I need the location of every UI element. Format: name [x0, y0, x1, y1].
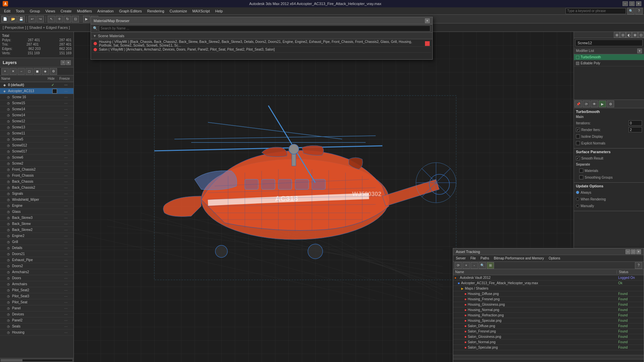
layer-item-back-skrew2[interactable]: ◷ Back_Skrew2 ····: [0, 227, 73, 233]
render-iters-input[interactable]: [629, 127, 642, 132]
layer-item-exhaust[interactable]: ◷ Exhaust_Pipe ····: [0, 257, 73, 263]
mod-active-button[interactable]: ▶: [599, 101, 606, 107]
layer-item-screw012[interactable]: ◷ Screw012 ····: [0, 142, 73, 148]
object-name-input[interactable]: [575, 40, 643, 46]
layer-item-back-skrew3[interactable]: ◷ Back_Skrew3 ····: [0, 215, 73, 221]
at-minimize-button[interactable]: ─: [626, 249, 630, 254]
layer-item-screw14b[interactable]: ◷ Screw14 ····: [0, 112, 73, 118]
layer-item-avicopter[interactable]: ◈ Avicopter_AC313 ····: [0, 88, 73, 94]
render-iters-checkbox[interactable]: ✓: [576, 128, 580, 132]
at-table-button[interactable]: ⊞: [487, 262, 494, 269]
layer-item-windshield[interactable]: ◷ Windshield_Wiper ····: [0, 197, 73, 203]
menu-maxscript[interactable]: MAXScript: [190, 8, 213, 14]
at-item-salon-diffuse[interactable]: ■ Salon_Diffuse.png Found: [453, 323, 644, 329]
materials-checkbox[interactable]: [579, 169, 583, 173]
layer-item-pilot-seat2[interactable]: ◷ Pilot_Seat2 ····: [0, 287, 73, 293]
layers-settings-icon[interactable]: ⚙: [50, 68, 57, 75]
layer-item-screw14a[interactable]: ◷ Screw14 ····: [0, 106, 73, 112]
new-button[interactable]: 📄: [1, 16, 9, 22]
menu-animation[interactable]: Animation: [95, 8, 116, 14]
search-button[interactable]: 🔍: [627, 8, 635, 14]
menu-rendering[interactable]: Rendering: [145, 8, 167, 14]
manually-radio[interactable]: [576, 204, 579, 207]
layer-item-armchairs[interactable]: ◷ Armchairs ····: [0, 281, 73, 287]
move-button[interactable]: ✛: [56, 16, 63, 22]
layers-select-all-button[interactable]: ◼: [34, 68, 41, 75]
layer-item-grill[interactable]: ◷ Grill ····: [0, 239, 73, 245]
at-item-max-file[interactable]: ■ Avicopter_AC313_Fire_Attack_Helicopter…: [453, 281, 644, 286]
redo-button[interactable]: ↪: [37, 16, 44, 22]
help-icon[interactable]: ?: [635, 8, 643, 14]
layer-item-doors[interactable]: ◷ Doors ····: [0, 275, 73, 281]
modifier-turbosmooth[interactable]: TurboSmooth: [574, 54, 644, 60]
render-button[interactable]: ▶: [83, 16, 90, 22]
explicit-normals-checkbox[interactable]: [576, 141, 580, 145]
at-remove-button[interactable]: -: [471, 262, 478, 269]
layers-close-button[interactable]: ✕: [66, 60, 71, 65]
at-item-maps-folder[interactable]: ▶ Maps / Shaders: [453, 286, 644, 291]
layer-item-screw13[interactable]: ◷ Screw13 ····: [0, 124, 73, 130]
maximize-button[interactable]: □: [629, 1, 635, 6]
layers-settings-button[interactable]: ?: [61, 60, 65, 65]
menu-edit[interactable]: Edit: [1, 8, 13, 14]
menu-views[interactable]: Views: [43, 8, 58, 14]
layer-item-armchairs2[interactable]: ◷ Armchairs2 ····: [0, 269, 73, 275]
layer-item-screw017[interactable]: ◷ Screw017 ····: [0, 148, 73, 155]
layer-item-screw12[interactable]: ◷ Screw12 ····: [0, 118, 73, 124]
smoothing-groups-checkbox[interactable]: [579, 175, 583, 179]
layer-item-engine[interactable]: ◷ Engine ····: [0, 203, 73, 209]
at-item-housing-normal[interactable]: ■ Housing_Normal.png Found: [453, 307, 644, 313]
select-button[interactable]: ↖: [48, 16, 55, 22]
at-maximize-button[interactable]: □: [631, 249, 636, 254]
rp-icon-2[interactable]: ⊟: [620, 32, 626, 38]
layer-item-doors2[interactable]: ◷ Doors2 ····: [0, 263, 73, 269]
rp-icon-4[interactable]: ⊠: [632, 32, 638, 38]
open-button[interactable]: 📂: [9, 16, 17, 22]
at-menu-server[interactable]: Server: [454, 256, 467, 261]
layer-item-screw11[interactable]: ◷ Screw11 ····: [0, 130, 73, 136]
layers-list[interactable]: ◈ 0 (default) ✓ ···· ◈ Avicopter_AC313 ·…: [0, 82, 73, 358]
always-radio[interactable]: [576, 191, 579, 194]
search-input[interactable]: [566, 8, 626, 14]
at-item-housing-specular[interactable]: ■ Housing_Specular.png Found: [453, 318, 644, 323]
at-close-button[interactable]: ✕: [636, 249, 641, 254]
layer-item-seals[interactable]: ◷ Seals ····: [0, 323, 73, 329]
mod-pin-button[interactable]: 📌: [575, 101, 582, 107]
layer-item-glass[interactable]: ◷ Glass ····: [0, 209, 73, 215]
layer-item-pilot-seat[interactable]: ◷ Pilot_Seat ····: [0, 299, 73, 305]
at-item-housing-diffuse[interactable]: ■ Housing_Diffuse.png Found: [453, 291, 644, 297]
menu-tools[interactable]: Tools: [13, 8, 27, 14]
rp-icon-5[interactable]: ⊡: [638, 32, 644, 38]
layer-item-back-skrew[interactable]: ◷ Back_Skrew ····: [0, 221, 73, 227]
smooth-result-checkbox[interactable]: ✓: [576, 156, 580, 160]
at-menu-options[interactable]: Options: [547, 256, 561, 261]
mb-close-button[interactable]: ✕: [425, 18, 430, 23]
layer-item-details[interactable]: ◷ Details ····: [0, 245, 73, 251]
layer-item-screw5[interactable]: ◷ Screw5 ····: [0, 136, 73, 142]
at-item-housing-fresnel[interactable]: ■ Housing_Fresnel.png Found: [453, 297, 644, 302]
rp-icon-1[interactable]: ⊞: [614, 32, 620, 38]
at-horizontal-scrollbar[interactable]: [453, 355, 644, 359]
at-item-housing-refraction[interactable]: ■ Housing_Refraction.png Found: [453, 313, 644, 318]
undo-button[interactable]: ↩: [29, 16, 36, 22]
isoline-checkbox[interactable]: [576, 134, 580, 138]
at-add-button[interactable]: +: [463, 262, 470, 269]
modifier-dropdown-button[interactable]: ▼: [637, 49, 642, 53]
menu-customize[interactable]: Customize: [167, 8, 190, 14]
at-item-autodesk[interactable]: ● Autodesk Vault 2012 Logged On: [453, 275, 644, 281]
mod-nav-button[interactable]: ⟳: [583, 101, 590, 107]
mb-row-salon[interactable]: Salon ( VRayMtl ) [Armchairs, Armchairs2…: [92, 47, 431, 53]
menu-group[interactable]: Group: [27, 8, 43, 14]
at-find-button[interactable]: 🔍: [479, 262, 486, 269]
mod-show-button[interactable]: 👁: [591, 101, 598, 107]
mb-row-housing[interactable]: Housing ( VRayMtl ) [Back_Chassis, Back_…: [92, 41, 431, 47]
at-item-salon-normal[interactable]: ■ Salon_Normal.png Found: [453, 340, 644, 345]
menu-modifiers[interactable]: Modifiers: [74, 8, 95, 14]
rp-icon-3[interactable]: ◐: [626, 32, 632, 38]
layer-item-default[interactable]: ◈ 0 (default) ✓ ····: [0, 82, 73, 88]
layer-item-housing[interactable]: ◷ Housing ····: [0, 329, 73, 336]
layer-item-back-chassis2[interactable]: ◷ Back_Chassis2 ····: [0, 185, 73, 191]
layers-highlight-button[interactable]: ◈: [42, 68, 49, 75]
layer-item-screw6[interactable]: ◷ Screw6 ····: [0, 155, 73, 161]
layer-item-screw16[interactable]: ◷ Screw 16 ····: [0, 94, 73, 100]
